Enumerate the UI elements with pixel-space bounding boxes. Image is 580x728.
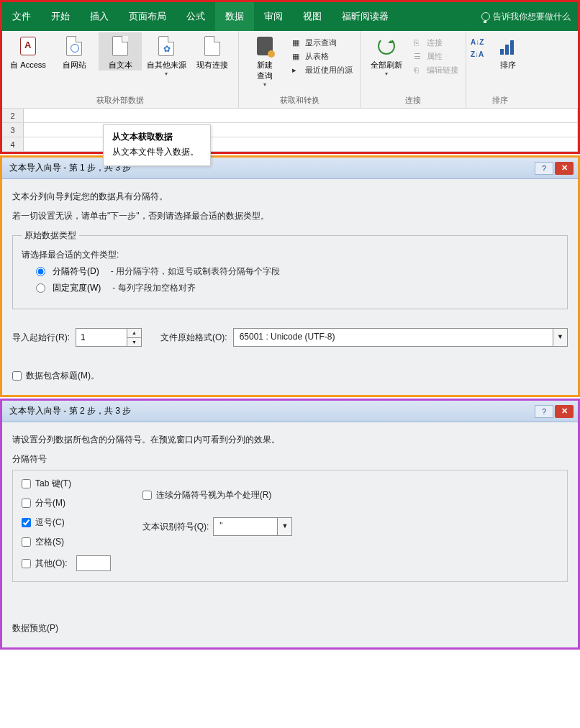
row-hdr[interactable]: 4 [2, 137, 24, 151]
chevron-down-icon [165, 70, 168, 77]
tab-layout[interactable]: 页面布局 [119, 2, 176, 31]
sort-icon [500, 37, 516, 55]
group-connections: 全部刷新 ⎘连接 ☰属性 ⎗编辑链接 连接 [361, 31, 466, 108]
tab-checkbox[interactable] [22, 479, 31, 488]
new-query-icon [257, 37, 273, 55]
tab-formula[interactable]: 公式 [176, 2, 215, 31]
group-label-conn: 连接 [405, 94, 421, 108]
row-hdr[interactable]: 3 [2, 123, 24, 137]
from-web-button[interactable]: 自网站 [53, 32, 96, 70]
tab-home[interactable]: 开始 [41, 2, 80, 31]
treat-consec-label: 连续分隔符号视为单个处理(R) [156, 489, 272, 501]
delimited-desc: - 用分隔字符，如逗号或制表符分隔每个字段 [111, 265, 280, 278]
tell-me-box[interactable]: 告诉我你想要做什么 [481, 11, 578, 23]
dlg1-para2: 若一切设置无误，请单击"下一步"，否则请选择最合适的数据类型。 [12, 210, 568, 222]
row-hdr[interactable]: 2 [2, 109, 24, 122]
tooltip-title: 从文本获取数据 [112, 131, 199, 143]
space-checkbox[interactable] [22, 537, 31, 547]
fieldset-legend: 原始数据类型 [22, 229, 79, 242]
tell-me-text: 告诉我你想要做什么 [493, 11, 571, 23]
tab-review[interactable]: 审阅 [254, 2, 293, 31]
fixed-width-radio[interactable] [36, 283, 45, 293]
from-table-item[interactable]: ▦从表格 [289, 50, 355, 63]
help-button[interactable]: ? [535, 162, 553, 175]
worksheet: 2 3 4 [2, 109, 578, 152]
recent-sources-item[interactable]: ▸最近使用的源 [289, 64, 355, 76]
semicolon-checkbox[interactable] [22, 499, 31, 508]
chevron-down-icon[interactable]: ▼ [277, 518, 291, 535]
tab-label: Tab 键(T) [35, 478, 71, 490]
sort-desc-button[interactable]: Z↓A [471, 50, 484, 58]
text-qualifier-combo[interactable]: " ▼ [213, 517, 292, 536]
from-text-tooltip: 从文本获取数据 从文本文件导入数据。 [103, 124, 211, 166]
fixed-width-label: 固定宽度(W) [53, 282, 101, 294]
ribbon-section: 文件 开始 插入 页面布局 公式 数据 审阅 视图 福昕阅读器 告诉我你想要做什… [0, 0, 580, 154]
delimited-radio[interactable] [36, 267, 45, 276]
properties-icon: ☰ [414, 52, 424, 62]
spin-up-icon[interactable]: ▲ [127, 329, 141, 338]
semicolon-label: 分号(M) [35, 497, 65, 509]
connections-item[interactable]: ⎘连接 [411, 37, 461, 49]
chevron-down-icon[interactable]: ▼ [553, 329, 567, 346]
group-sort: A↓Z Z↓A 排序 排序 [466, 31, 534, 108]
start-row-spinner[interactable]: ▲▼ [76, 328, 142, 347]
refresh-all-button[interactable]: 全部刷新 [365, 32, 408, 77]
sort-asc-button[interactable]: A↓Z [471, 38, 484, 46]
close-button[interactable]: ✕ [555, 162, 574, 175]
has-header-checkbox[interactable] [12, 371, 22, 381]
dialog1-title: 文本导入向导 - 第 1 步，共 3 步 [9, 162, 533, 174]
dialog1-titlebar: 文本导入向导 - 第 1 步，共 3 步 ? ✕ [2, 158, 578, 179]
fixed-width-desc: - 每列字段加空格对齐 [112, 282, 195, 294]
tab-insert[interactable]: 插入 [80, 2, 119, 31]
chevron-down-icon [263, 81, 266, 88]
treat-consec-checkbox[interactable] [142, 491, 152, 500]
new-query-button[interactable]: 新建 查询 [243, 32, 286, 88]
group-label-transform: 获取和转换 [280, 94, 320, 108]
table-icon: ▦ [292, 52, 302, 62]
has-header-label: 数据包含标题(M)。 [26, 370, 99, 382]
edit-links-item[interactable]: ⎗编辑链接 [411, 64, 461, 76]
start-row-label: 导入起始行(R): [12, 332, 70, 344]
delimiters-group: Tab 键(T) 分号(M) 逗号(C) 空格(S) 其他(O): 连续分隔符号… [12, 470, 568, 582]
properties-item[interactable]: ☰属性 [411, 50, 461, 63]
other-checkbox[interactable] [22, 559, 31, 568]
ribbon-body: 自 Access 自网站 自文本 自其他来源 现有连接 [2, 31, 578, 109]
dlg2-para1: 请设置分列数据所包含的分隔符号。在预览窗口内可看到分列的效果。 [12, 434, 568, 446]
dialog2-titlebar: 文本导入向导 - 第 2 步，共 3 步 ? ✕ [2, 401, 578, 422]
encoding-value: 65001 : Unicode (UTF-8) [234, 329, 553, 346]
edit-link-icon: ⎗ [414, 65, 424, 76]
original-data-type-group: 原始数据类型 请选择最合适的文件类型: 分隔符号(D) - 用分隔字符，如逗号或… [12, 229, 568, 309]
tooltip-body: 从文本文件导入数据。 [112, 147, 199, 157]
comma-checkbox[interactable] [22, 518, 31, 527]
grid-icon: ▦ [292, 38, 302, 48]
group-label-sort: 排序 [492, 94, 508, 108]
tab-view[interactable]: 视图 [293, 2, 332, 31]
wizard-step2-frame: 文本导入向导 - 第 2 步，共 3 步 ? ✕ 请设置分列数据所包含的分隔符号… [0, 399, 580, 650]
tab-foxit[interactable]: 福昕阅读器 [332, 2, 399, 31]
help-button[interactable]: ? [535, 405, 553, 418]
refresh-icon [378, 37, 395, 55]
text-qualifier-value: " [214, 518, 277, 535]
bulb-icon [481, 12, 490, 21]
link-icon: ⎘ [414, 38, 424, 48]
show-queries-item[interactable]: ▦显示查询 [289, 37, 355, 49]
access-icon [20, 37, 36, 55]
sort-button[interactable]: 排序 [486, 32, 530, 70]
chevron-down-icon [385, 70, 388, 77]
other-label: 其他(O): [35, 558, 68, 570]
other-delim-input[interactable] [76, 555, 111, 571]
group-label-external: 获取外部数据 [96, 94, 144, 108]
from-text-button[interactable]: 自文本 [99, 32, 142, 70]
cell[interactable] [24, 109, 578, 122]
dlg1-para1: 文本分列向导判定您的数据具有分隔符。 [12, 191, 568, 203]
other-source-icon [158, 36, 174, 56]
start-row-input[interactable] [76, 329, 127, 346]
from-access-button[interactable]: 自 Access [6, 32, 50, 70]
tab-data[interactable]: 数据 [215, 2, 254, 31]
from-other-button[interactable]: 自其他来源 [145, 32, 188, 77]
spin-down-icon[interactable]: ▼ [127, 338, 141, 347]
encoding-combo[interactable]: 65001 : Unicode (UTF-8) ▼ [233, 328, 568, 347]
close-button[interactable]: ✕ [555, 405, 574, 418]
tab-file[interactable]: 文件 [2, 2, 41, 31]
existing-conn-button[interactable]: 现有连接 [191, 32, 234, 70]
